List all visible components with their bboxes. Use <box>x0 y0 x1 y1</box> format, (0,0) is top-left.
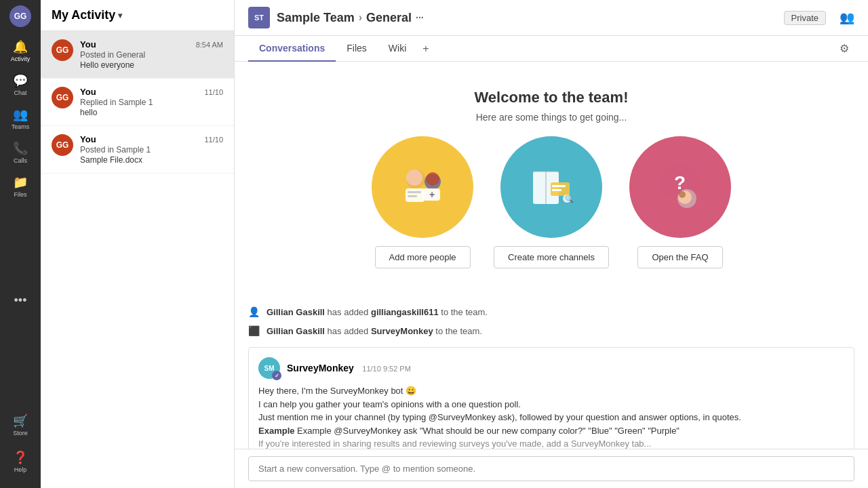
svg-point-21 <box>679 191 686 198</box>
sidebar-store-label: Store <box>13 430 28 436</box>
activity-item-content: You 11/10 Replied in Sample 1 hello <box>80 87 223 117</box>
sidebar-more[interactable]: ••• <box>14 293 27 308</box>
user-avatar[interactable]: GG <box>9 5 31 27</box>
activity-item-time: 11/10 <box>204 88 223 96</box>
channel-name: General <box>366 11 412 25</box>
tab-files[interactable]: Files <box>336 36 378 62</box>
app-add-icon: ⬛ <box>248 325 260 336</box>
svg-rect-14 <box>552 189 561 191</box>
channel-more-icon[interactable]: ··· <box>416 12 424 23</box>
sidebar-item-help[interactable]: ❓ Help <box>3 446 38 477</box>
svg-point-1 <box>406 169 422 186</box>
activity-panel: My Activity ▾ GG You 8:54 AM Posted in G… <box>41 0 235 488</box>
svg-text:🔍: 🔍 <box>565 195 574 203</box>
activity-item-name: You <box>80 134 96 144</box>
help-icon: ❓ <box>13 450 28 465</box>
system-msg-text-1: Gillian Gaskill has added gilliangaskill… <box>267 307 488 317</box>
sidebar-calls-label: Calls <box>14 157 27 164</box>
welcome-section: Welcome to the team! Here are some thing… <box>248 75 854 302</box>
sidebar-item-calls[interactable]: 📞 Calls <box>3 137 38 168</box>
create-more-channels-button[interactable]: Create more channels <box>494 246 609 268</box>
welcome-title: Welcome to the team! <box>248 89 854 106</box>
msg-timestamp: 11/10 9:52 PM <box>362 365 411 373</box>
team-name: Sample Team <box>277 11 355 25</box>
svg-rect-5 <box>408 195 417 197</box>
system-message-1: 👤 Gillian Gaskill has added gilliangaski… <box>248 302 854 321</box>
activity-item-msg: hello <box>80 108 223 117</box>
private-badge: Private <box>784 11 826 25</box>
activity-item[interactable]: GG You 11/10 Replied in Sample 1 hello <box>41 79 234 126</box>
sidebar-teams-label: Teams <box>12 123 30 130</box>
activity-icon: 🔔 <box>13 39 28 54</box>
welcome-card-channels: 🔍 Create more channels <box>494 136 609 268</box>
sidebar-help-label: Help <box>14 466 27 473</box>
msg-sender-name: SurveyMonkey <box>287 363 354 373</box>
sidebar-item-files[interactable]: 📁 Files <box>3 171 38 202</box>
tab-wiki[interactable]: Wiki <box>378 36 417 62</box>
msg-header: SM ✓ SurveyMonkey 11/10 9:52 PM <box>258 357 844 379</box>
calls-icon: 📞 <box>13 141 28 156</box>
activity-item-sub: Posted in Sample 1 <box>80 145 223 155</box>
activity-item-sub: Replied in Sample 1 <box>80 98 223 107</box>
activity-item-time: 11/10 <box>204 136 223 144</box>
avatar: GG <box>52 134 73 156</box>
channel-title: Sample Team › General ··· <box>277 11 777 25</box>
faq-illustration: ? <box>629 136 731 238</box>
activity-item-msg: Hello everyone <box>80 60 223 70</box>
team-icon: ST <box>248 7 270 28</box>
add-more-people-button[interactable]: Add more people <box>375 246 471 268</box>
welcome-subtitle: Here are some things to get going... <box>248 112 854 123</box>
open-faq-button[interactable]: Open the FAQ <box>637 246 722 268</box>
svg-rect-13 <box>552 185 566 187</box>
person-add-icon: 👤 <box>248 306 260 317</box>
avatar: GG <box>52 39 73 61</box>
system-message-2: ⬛ Gillian Gaskill has added SurveyMonkey… <box>248 321 854 340</box>
sidebar-chat-label: Chat <box>14 89 26 96</box>
channels-illustration: 🔍 <box>500 136 602 238</box>
sidebar-item-store[interactable]: 🛒 Store <box>3 409 38 441</box>
tabs: Conversations Files Wiki + ⚙ <box>235 36 868 62</box>
svg-point-6 <box>426 172 439 186</box>
sidebar-item-label: Activity <box>11 56 31 62</box>
avatar: GG <box>52 87 73 108</box>
sidebar: GG 🔔 Activity 💬 Chat 👥 Teams 📞 Calls 📁 F… <box>0 0 41 488</box>
sidebar-item-teams[interactable]: 👥 Teams <box>3 103 38 134</box>
welcome-card-faq: ? Open the FAQ <box>629 136 731 268</box>
activity-item-content: You 8:54 AM Posted in General Hello ever… <box>80 39 223 70</box>
system-msg-text-2: Gillian Gaskill has added SurveyMonkey t… <box>267 326 482 336</box>
activity-item-name: You <box>80 39 96 49</box>
store-icon: 🛒 <box>13 413 28 428</box>
msg-name-block: SurveyMonkey 11/10 9:52 PM <box>287 362 411 374</box>
msg-body: Hey there, I'm the SurveyMonkey bot 😀 I … <box>258 384 844 449</box>
survey-monkey-avatar: SM ✓ <box>258 357 280 379</box>
activity-item-content: You 11/10 Posted in Sample 1 Sample File… <box>80 134 223 165</box>
sidebar-files-label: Files <box>14 191 26 198</box>
activity-item-time: 8:54 AM <box>196 41 223 49</box>
activity-header: My Activity ▾ <box>41 0 234 31</box>
tab-add-icon[interactable]: + <box>417 37 434 60</box>
welcome-card-add-people: + Add more people <box>372 136 473 268</box>
survey-monkey-message: SM ✓ SurveyMonkey 11/10 9:52 PM Hey ther… <box>248 347 854 449</box>
channel-header: ST Sample Team › General ··· Private 👥 <box>235 0 868 36</box>
main-content: ST Sample Team › General ··· Private 👥 C… <box>235 0 868 488</box>
sidebar-item-activity[interactable]: 🔔 Activity <box>3 35 38 66</box>
activity-item-msg: Sample File.docx <box>80 155 223 165</box>
bot-badge: ✓ <box>272 371 281 380</box>
welcome-cards: + Add more people <box>248 136 854 268</box>
svg-text:+: + <box>429 189 435 200</box>
activity-item-sub: Posted in General <box>80 50 223 60</box>
chat-icon: 💬 <box>13 73 28 88</box>
svg-rect-4 <box>408 191 421 193</box>
conversation-area[interactable]: Welcome to the team! Here are some thing… <box>235 62 868 449</box>
tab-settings-icon[interactable]: ⚙ <box>834 37 854 60</box>
activity-chevron-icon[interactable]: ▾ <box>118 11 122 20</box>
activity-item-name: You <box>80 87 96 97</box>
tab-conversations[interactable]: Conversations <box>248 36 336 62</box>
activity-title: My Activity <box>52 8 115 22</box>
sidebar-item-chat[interactable]: 💬 Chat <box>3 69 38 100</box>
activity-item[interactable]: GG You 8:54 AM Posted in General Hello e… <box>41 31 234 79</box>
add-people-illustration: + <box>372 136 473 238</box>
activity-item[interactable]: GG You 11/10 Posted in Sample 1 Sample F… <box>41 126 234 174</box>
members-icon[interactable]: 👥 <box>840 10 854 25</box>
message-input[interactable] <box>248 456 854 481</box>
